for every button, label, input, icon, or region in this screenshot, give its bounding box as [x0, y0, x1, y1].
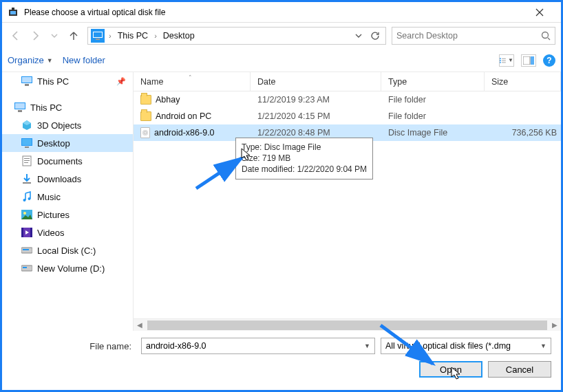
svg-rect-11 — [500, 61, 501, 63]
file-row[interactable]: Abhay 11/2/2019 9:23 AM File folder — [134, 91, 561, 108]
tree-local-disk-c[interactable]: Local Disk (C:) — [2, 241, 133, 259]
svg-point-29 — [23, 199, 26, 202]
chevron-down-icon: ▼ — [364, 342, 370, 349]
col-type[interactable]: Type — [381, 72, 485, 91]
svg-rect-2 — [12, 8, 14, 10]
nav-back[interactable] — [8, 28, 24, 44]
disc-image-icon — [140, 127, 150, 138]
filename-combo[interactable]: android-x86-9.0 ▼ — [141, 338, 375, 354]
svg-rect-25 — [24, 158, 30, 159]
file-filter-combo[interactable]: All virtual optical disk files (*.dmg ▼ — [381, 338, 551, 354]
svg-rect-17 — [25, 84, 29, 86]
chevron-icon: › — [107, 32, 113, 40]
svg-rect-20 — [18, 110, 22, 112]
refresh-icon[interactable] — [368, 28, 383, 43]
breadcrumb-root[interactable]: This PC — [116, 30, 150, 42]
tree-desktop[interactable]: Desktop — [2, 134, 133, 152]
quick-access-this-pc[interactable]: This PC 📌 — [2, 72, 133, 90]
nav-tree: This PC 📌 This PC 3D Objects Desktop Doc… — [2, 72, 133, 331]
scroll-thumb — [147, 320, 547, 330]
help-button[interactable]: ? — [543, 54, 555, 67]
nav-recent[interactable] — [46, 28, 63, 44]
breadcrumb-item[interactable]: Desktop — [161, 30, 197, 42]
svg-point-32 — [23, 212, 26, 215]
nav-up[interactable] — [65, 28, 82, 44]
scroll-left-icon: ◀ — [134, 319, 146, 331]
tree-videos[interactable]: Videos — [2, 224, 133, 241]
address-bar[interactable]: › This PC › Desktop — [87, 27, 386, 45]
new-folder-button[interactable]: New folder — [63, 55, 105, 65]
app-icon — [8, 7, 19, 18]
svg-rect-7 — [500, 58, 501, 59]
svg-rect-19 — [15, 103, 25, 109]
close-button[interactable] — [524, 2, 555, 23]
tree-3d-objects[interactable]: 3D Objects — [2, 116, 133, 134]
svg-rect-37 — [23, 249, 29, 250]
svg-rect-8 — [502, 58, 506, 58]
svg-rect-4 — [94, 32, 102, 37]
svg-rect-34 — [21, 228, 23, 237]
filename-value: android-x86-9.0 — [146, 341, 206, 351]
chevron-icon: › — [153, 32, 158, 40]
svg-rect-13 — [523, 56, 530, 65]
dialog-title: Please choose a virtual optical disk fil… — [24, 8, 524, 17]
cancel-button[interactable]: Cancel — [488, 361, 551, 378]
view-menu[interactable]: ▼ — [499, 54, 514, 67]
file-tooltip: Type: Disc Image File Size: 719 MB Date … — [235, 138, 373, 179]
svg-rect-22 — [22, 139, 32, 145]
svg-rect-12 — [502, 62, 506, 63]
tree-documents[interactable]: Documents — [2, 152, 133, 170]
open-button[interactable]: Open — [419, 361, 482, 378]
tree-music[interactable]: Music — [2, 188, 133, 206]
col-size[interactable]: Size — [485, 72, 561, 91]
nav-forward[interactable] — [27, 28, 43, 44]
svg-rect-39 — [23, 267, 27, 268]
svg-rect-26 — [24, 160, 30, 161]
svg-rect-14 — [531, 56, 534, 65]
file-row[interactable]: Android on PC 1/21/2020 4:15 PM File fol… — [134, 108, 561, 124]
search-icon — [541, 31, 551, 41]
preview-pane-button[interactable] — [521, 54, 536, 67]
pin-icon: 📌 — [116, 77, 126, 86]
file-list: Name˄ Date Type Size Abhay 11/2/2019 9:2… — [133, 72, 561, 331]
col-date[interactable]: Date — [251, 72, 381, 91]
tree-new-volume-d[interactable]: New Volume (D:) — [2, 259, 133, 277]
svg-rect-28 — [23, 182, 31, 184]
svg-rect-16 — [22, 77, 32, 83]
chevron-down-icon: ▼ — [540, 342, 546, 349]
search-input[interactable] — [396, 31, 537, 41]
tree-downloads[interactable]: Downloads — [2, 170, 133, 188]
svg-rect-27 — [24, 162, 28, 163]
horizontal-scrollbar[interactable]: ◀ ▶ — [134, 318, 561, 331]
svg-rect-35 — [30, 228, 32, 237]
col-name[interactable]: Name˄ — [134, 72, 251, 91]
folder-icon — [140, 95, 151, 105]
organize-menu[interactable]: Organize▼ — [8, 55, 53, 65]
toolbar: Organize▼ New folder ▼ ? — [2, 49, 561, 72]
pc-icon — [91, 29, 105, 43]
svg-point-30 — [28, 197, 31, 200]
svg-rect-1 — [10, 11, 16, 14]
folder-icon — [140, 111, 151, 121]
nav-row: › This PC › Desktop — [2, 23, 561, 49]
list-header: Name˄ Date Type Size — [134, 72, 561, 91]
search-box[interactable] — [392, 27, 555, 45]
svg-rect-5 — [96, 39, 100, 40]
scroll-right-icon: ▶ — [549, 319, 561, 331]
svg-rect-9 — [500, 60, 501, 61]
address-dropdown[interactable] — [351, 28, 366, 43]
svg-rect-23 — [25, 146, 29, 148]
svg-rect-10 — [502, 60, 506, 61]
tree-this-pc[interactable]: This PC — [2, 98, 133, 116]
filename-label: File name: — [12, 341, 136, 351]
dialog-footer: File name: android-x86-9.0 ▼ All virtual… — [2, 331, 561, 390]
titlebar: Please choose a virtual optical disk fil… — [2, 2, 561, 23]
svg-point-6 — [542, 32, 549, 39]
tree-pictures[interactable]: Pictures — [2, 206, 133, 224]
